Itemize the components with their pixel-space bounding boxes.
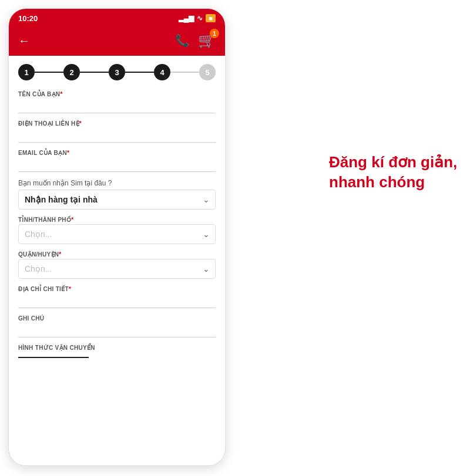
tinh-dropdown-wrapper: Chọn... ⌄ <box>18 224 216 244</box>
name-label: TÊN CỦA BẠN* <box>18 91 216 97</box>
progress-section: 1 2 3 4 5 <box>9 56 225 89</box>
step-1: 1 <box>18 64 35 80</box>
promo-text-content: Đăng kí đơn giản, nhanh chóng <box>329 153 458 193</box>
status-time: 10:20 <box>18 14 38 23</box>
step-4: 4 <box>154 64 170 80</box>
step-line-4-5 <box>170 72 199 73</box>
cart-badge: 1 <box>210 29 219 38</box>
quan-dropdown-wrapper: Chọn... ⌄ <box>18 259 216 279</box>
name-input[interactable] <box>18 99 216 113</box>
wifi-icon: ∿ <box>197 14 203 22</box>
phone-container: 10:20 ▂▄▆ ∿ ■ ← Thanh toán 📞 🛒 1 <box>8 8 226 466</box>
status-icons: ▂▄▆ ∿ ■ <box>179 14 216 22</box>
step-5: 5 <box>199 64 216 80</box>
tinh-select[interactable]: Chọn... <box>18 224 216 244</box>
email-label: EMAIL CỦA BẠN* <box>18 150 216 156</box>
tinh-label: Tỉnh/Thành phố* <box>18 217 216 223</box>
hinhthuc-label: Hình thức vận chuyển <box>18 345 216 351</box>
signal-icon: ▂▄▆ <box>179 14 194 22</box>
name-required: * <box>60 91 62 97</box>
status-bar: 10:20 ▂▄▆ ∿ ■ <box>9 9 225 28</box>
diachi-field-group: ĐỊA CHỈ CHI TIẾT* <box>18 286 216 308</box>
hinhthuc-underline <box>18 352 89 358</box>
ghichu-input[interactable] <box>18 323 216 337</box>
diachi-required: * <box>69 286 71 292</box>
quan-required: * <box>59 251 61 258</box>
step-line-1-2 <box>35 72 63 73</box>
phone-icon[interactable]: 📞 <box>175 33 190 48</box>
back-button[interactable]: ← <box>18 34 30 48</box>
page-wrapper: 10:20 ▂▄▆ ∿ ■ ← Thanh toán 📞 🛒 1 <box>0 0 470 476</box>
quan-select[interactable]: Chọn... <box>18 259 216 279</box>
phone-label: ĐIỆN THOẠI LIÊN HỆ* <box>18 120 216 127</box>
quan-label: Quận/Huyện* <box>18 251 216 258</box>
step-2: 2 <box>63 64 80 80</box>
phone-required: * <box>79 120 82 127</box>
quan-field-group: Quận/Huyện* Chọn... ⌄ <box>18 251 216 279</box>
email-input[interactable] <box>18 157 216 172</box>
email-field-group: EMAIL CỦA BẠN* <box>18 150 216 172</box>
hinhthuc-field-group: Hình thức vận chuyển <box>18 345 216 358</box>
ghichu-field-group: GHI CHÚ <box>18 315 216 337</box>
app-header: ← Thanh toán 📞 🛒 1 <box>9 28 225 56</box>
header-left: ← <box>18 34 30 48</box>
name-field-group: TÊN CỦA BẠN* <box>18 91 216 113</box>
phone-input[interactable] <box>18 128 216 143</box>
diachi-label: ĐỊA CHỈ CHI TIẾT* <box>18 286 216 292</box>
header-right-icons: 📞 🛒 1 <box>175 32 216 49</box>
battery-icon: ■ <box>206 14 216 22</box>
checkout-form: TÊN CỦA BẠN* ĐIỆN THOẠI LIÊN HỆ* EMAIL C… <box>9 89 225 455</box>
page-title: Thanh toán <box>18 444 88 460</box>
sim-question: Bạn muốn nhận Sim tại đâu ? <box>18 179 216 187</box>
ghichu-label: GHI CHÚ <box>18 315 216 322</box>
sim-delivery-select[interactable]: Nhận hàng tại nhà <box>18 190 216 210</box>
step-3: 3 <box>109 64 125 80</box>
diachi-input[interactable] <box>18 293 216 308</box>
sim-delivery-group: Bạn muốn nhận Sim tại đâu ? Nhận hàng tạ… <box>18 179 216 210</box>
tinh-field-group: Tỉnh/Thành phố* Chọn... ⌄ <box>18 217 216 244</box>
step-line-2-3 <box>80 72 109 73</box>
email-required: * <box>67 150 69 156</box>
side-promo-text: Đăng kí đơn giản, nhanh chóng <box>329 153 458 193</box>
tinh-required: * <box>71 217 73 223</box>
phone-field-group: ĐIỆN THOẠI LIÊN HỆ* <box>18 120 216 143</box>
cart-wrapper: 🛒 1 <box>198 32 216 49</box>
sim-dropdown-wrapper: Nhận hàng tại nhà ⌄ <box>18 190 216 210</box>
steps-row: 1 2 3 4 5 <box>18 64 216 80</box>
step-line-3-4 <box>125 72 154 73</box>
